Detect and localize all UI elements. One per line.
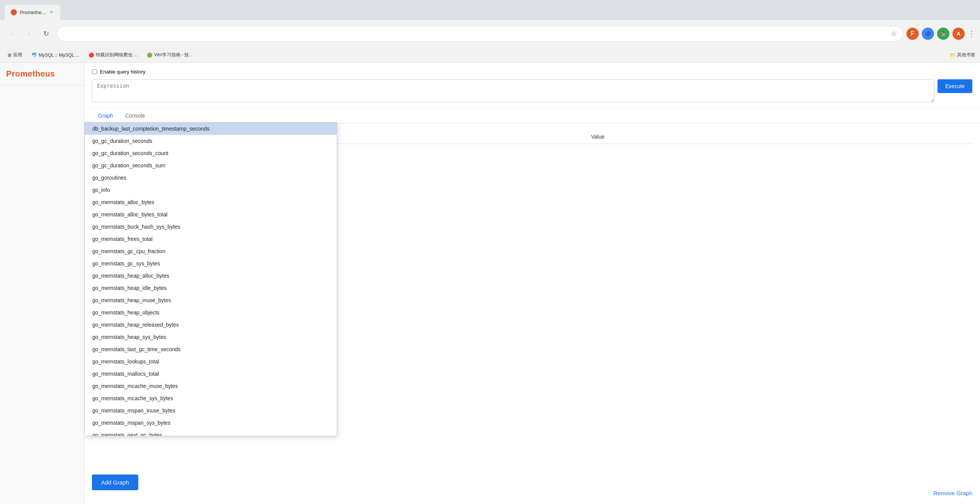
execute-button[interactable]: Execute — [937, 79, 972, 93]
bookmarks-apps[interactable]: ⊞ 应用 — [5, 50, 25, 60]
expression-input[interactable] — [92, 79, 934, 102]
extension-icon-1[interactable]: 🔵 — [922, 28, 934, 40]
tab-close-button[interactable]: ✕ — [49, 9, 54, 16]
refresh-button[interactable]: ↻ — [38, 26, 54, 41]
list-item[interactable]: go_memstats_mspan_inuse_bytes — [85, 404, 337, 417]
list-item[interactable]: go_memstats_heap_sys_bytes — [85, 331, 337, 343]
list-item[interactable]: go_memstats_heap_idle_bytes — [85, 282, 337, 294]
user-avatar[interactable]: A — [952, 28, 965, 40]
list-item[interactable]: go_gc_duration_seconds_sum — [85, 159, 337, 172]
address-bar[interactable]: ☆ — [57, 26, 903, 41]
list-item[interactable]: go_memstats_next_gc_bytes — [85, 429, 337, 436]
mysql-favicon: 🐬 — [31, 52, 37, 58]
app-logo: Prometheus — [0, 69, 84, 85]
query-section: Enable query history Execute — [84, 63, 980, 109]
list-item[interactable]: go_memstats_heap_alloc_bytes — [85, 270, 337, 282]
forward-button[interactable]: › — [21, 26, 37, 41]
mysql-label: MySQL :: MySQL ... — [39, 52, 79, 58]
tab-console[interactable]: Console — [119, 109, 151, 123]
tabs-bar: Promethe... ✕ — [0, 0, 980, 20]
page-container: Prometheus Enable query history Execute … — [0, 63, 980, 504]
crawler-favicon: 🔴 — [88, 52, 94, 58]
list-item[interactable]: go_memstats_gc_cpu_fraction — [85, 245, 337, 257]
bookmarks-bar: ⊞ 应用 🐬 MySQL :: MySQL ... 🔴 转载识别网络爬虫 ...… — [0, 47, 980, 63]
list-item[interactable]: go_info — [85, 184, 337, 196]
other-bookmarks-label: 其他书签 — [957, 52, 975, 58]
list-item[interactable]: go_goroutines — [85, 172, 337, 184]
bookmark-mysql[interactable]: 🐬 MySQL :: MySQL ... — [28, 51, 82, 59]
list-item[interactable]: go_memstats_alloc_bytes_total — [85, 208, 337, 221]
toolbar-icons: F 🔵 📚 A ⋮ — [906, 28, 975, 40]
list-item[interactable]: go_memstats_gc_sys_bytes — [85, 257, 337, 270]
nav-buttons: ‹ › ↻ — [5, 26, 54, 41]
list-item[interactable]: go_memstats_mallocs_total — [85, 368, 337, 380]
list-item[interactable]: go_memstats_heap_released_bytes — [85, 319, 337, 331]
vim-favicon: 🟢 — [147, 52, 152, 58]
main-content: Enable query history Execute Graph Conso… — [84, 63, 980, 504]
list-item[interactable]: go_memstats_mcache_inuse_bytes — [85, 380, 337, 392]
enable-query-row: Enable query history — [92, 69, 972, 75]
list-item[interactable]: go_memstats_mspan_sys_bytes — [85, 417, 337, 429]
apps-icon: ⊞ — [8, 52, 11, 58]
tab-label: Promethe... — [20, 10, 46, 15]
add-graph-section: Add Graph — [84, 468, 146, 496]
list-item[interactable]: go_memstats_last_gc_time_seconds — [85, 343, 337, 355]
list-item[interactable]: go_gc_duration_seconds_count — [85, 147, 337, 159]
add-graph-button[interactable]: Add Graph — [92, 475, 138, 490]
list-item[interactable]: go_memstats_frees_total — [85, 233, 337, 245]
apps-label: 应用 — [13, 52, 22, 58]
enable-query-checkbox[interactable] — [92, 69, 97, 74]
vim-label: Vim学习指南 - 技... — [154, 52, 193, 58]
result-tabs: Graph Console — [84, 109, 980, 124]
autocomplete-dropdown[interactable]: db_backup_last_completion_timestamp_seco… — [84, 122, 337, 436]
browser-toolbar: ‹ › ↻ ☆ F 🔵 📚 A ⋮ — [0, 20, 980, 47]
list-item[interactable]: go_memstats_buck_hash_sys_bytes — [85, 221, 337, 233]
list-item[interactable]: go_memstats_lookups_total — [85, 355, 337, 368]
feedly-icon[interactable]: F — [906, 28, 919, 40]
other-bookmarks[interactable]: 📁 其他书签 — [950, 52, 975, 58]
extension-icon-2[interactable]: 📚 — [937, 28, 949, 40]
list-item[interactable]: go_memstats_mcache_sys_bytes — [85, 392, 337, 404]
col-value: Value — [587, 130, 972, 144]
bookmark-star-icon[interactable]: ☆ — [891, 29, 897, 38]
sidebar: Prometheus — [0, 63, 84, 504]
bookmark-crawler[interactable]: 🔴 转载识别网络爬虫 ... — [85, 50, 141, 60]
tab-favicon — [11, 9, 17, 15]
crawler-label: 转载识别网络爬虫 ... — [96, 52, 138, 58]
list-item[interactable]: go_memstats_heap_inuse_bytes — [85, 294, 337, 306]
browser-chrome: Promethe... ✕ ‹ › ↻ ☆ F 🔵 📚 A ⋮ ⊞ 应用 🐬 — [0, 0, 980, 63]
expression-row: Execute — [92, 79, 972, 102]
list-item[interactable]: go_memstats_alloc_bytes — [85, 196, 337, 208]
active-tab[interactable]: Promethe... ✕ — [5, 5, 60, 20]
folder-icon: 📁 — [950, 52, 955, 58]
back-button[interactable]: ‹ — [5, 26, 20, 41]
list-item[interactable]: go_memstats_heap_objects — [85, 306, 337, 319]
list-item[interactable]: go_gc_duration_seconds — [85, 135, 337, 147]
bookmark-vim[interactable]: 🟢 Vim学习指南 - 技... — [144, 50, 196, 60]
more-menu-icon[interactable]: ⋮ — [968, 29, 975, 38]
enable-query-label: Enable query history — [100, 69, 146, 75]
autocomplete-item-selected[interactable]: db_backup_last_completion_timestamp_seco… — [85, 123, 337, 135]
remove-graph-link[interactable]: Remove Graph — [933, 490, 972, 496]
tab-graph[interactable]: Graph — [92, 109, 119, 123]
